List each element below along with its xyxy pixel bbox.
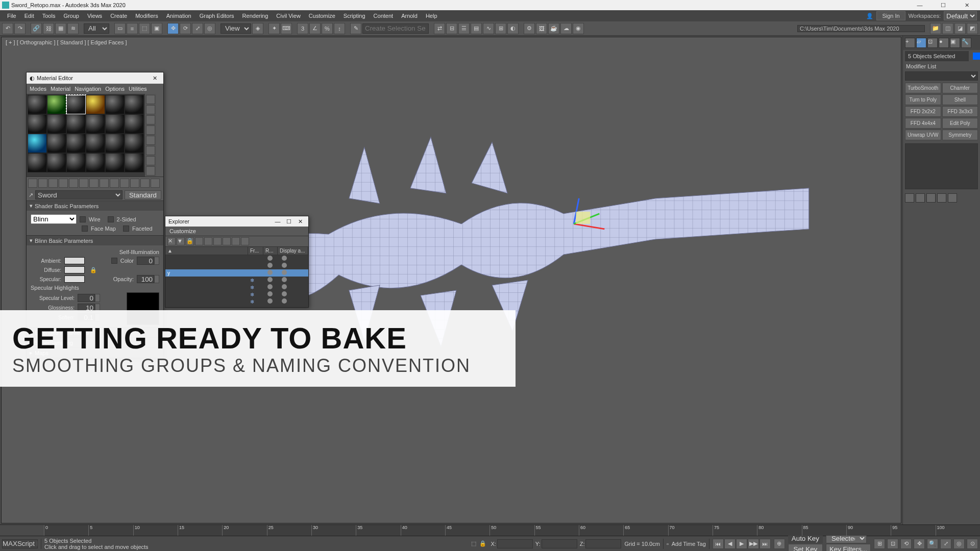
rollup-header[interactable]: ▾Shader Basic Parameters <box>27 201 163 211</box>
list-item[interactable] <box>165 262 308 269</box>
goto-end-button[interactable]: ⏭ <box>760 539 771 549</box>
mat-side-icon[interactable] <box>146 136 155 145</box>
mat-menu-options[interactable]: Options <box>105 86 125 92</box>
ffd-4x4x4-button[interactable]: FFD 4x4x4 <box>905 118 941 129</box>
mat-side-icon[interactable] <box>146 146 155 155</box>
render-setup-button[interactable]: ⚙ <box>524 23 535 34</box>
material-slot[interactable] <box>105 153 125 172</box>
y-input[interactable] <box>542 539 577 548</box>
tool-icon[interactable] <box>241 237 249 245</box>
mat-side-icon[interactable] <box>146 126 155 135</box>
modifier-list-dropdown[interactable] <box>905 71 978 81</box>
redo-button[interactable]: ↷ <box>14 23 26 34</box>
specular-level-value[interactable] <box>78 294 95 302</box>
viewport-label[interactable]: [ + ] [ Orthographic ] [ Standard ] [ Ed… <box>6 39 127 45</box>
motion-tab[interactable]: ● <box>939 38 949 48</box>
ffd-2x2x2-button[interactable]: FFD 2x2x2 <box>905 106 941 117</box>
workspace-select[interactable]: Default <box>944 11 977 20</box>
menu-arnold[interactable]: Arnold <box>397 11 422 20</box>
menu-modifiers[interactable]: Modifiers <box>131 11 162 20</box>
select-region-button[interactable]: ⬚ <box>139 23 150 34</box>
mat-tool-icon[interactable] <box>89 179 99 188</box>
render-in-cloud-button[interactable]: ☁ <box>560 23 572 34</box>
opacity-value[interactable] <box>137 275 154 283</box>
select-scale-button[interactable]: ⤢ <box>192 23 203 34</box>
menu-rendering[interactable]: Rendering <box>238 11 273 20</box>
snap-toggle-button[interactable]: 3 <box>297 23 308 34</box>
mat-side-icon[interactable] <box>146 166 155 176</box>
key-filters-button[interactable]: Key Filters... <box>826 544 871 551</box>
display-icon[interactable] <box>282 256 287 261</box>
unwrap-uvw-button[interactable]: Unwrap UVW <box>905 130 941 140</box>
render-frame-button[interactable]: 🖼 <box>536 23 547 34</box>
material-slot-selected[interactable] <box>66 95 86 114</box>
material-slot[interactable] <box>125 95 144 114</box>
align-button[interactable]: ⊟ <box>446 23 457 34</box>
wire-checkbox[interactable] <box>80 216 86 222</box>
x-input[interactable] <box>497 539 533 548</box>
render-icon[interactable] <box>267 284 273 289</box>
filter-icon[interactable]: ✕ <box>167 237 176 245</box>
key-mode-icon[interactable]: ⊕ <box>774 539 785 549</box>
mat-side-icon[interactable] <box>146 105 155 114</box>
scene-explorer-list[interactable]: y ❄ ❄ ❄ ❄ <box>165 255 308 307</box>
z-input[interactable] <box>585 539 621 548</box>
menu-customize[interactable]: Customize <box>305 11 339 20</box>
face-map-checkbox[interactable] <box>82 226 88 232</box>
mat-tool-icon[interactable] <box>38 179 47 188</box>
timeline[interactable]: 0 5 10 15 20 25 30 35 40 45 50 55 60 65 … <box>0 524 980 536</box>
link-button[interactable]: 🔗 <box>31 23 42 34</box>
menu-help[interactable]: Help <box>422 11 442 20</box>
material-slot[interactable] <box>86 114 105 134</box>
turbosmooth-button[interactable]: TurboSmooth <box>905 83 941 93</box>
viewport-nav-icon-f[interactable]: ⤢ <box>940 539 951 549</box>
display-icon[interactable] <box>282 298 287 304</box>
material-slot[interactable] <box>28 153 47 172</box>
menu-tools[interactable]: Tools <box>38 11 60 20</box>
render-icon[interactable] <box>267 263 273 268</box>
modifier-stack[interactable] <box>905 143 978 189</box>
material-slot[interactable] <box>86 153 105 172</box>
selfillum-value[interactable] <box>137 257 154 265</box>
tool-icon[interactable] <box>204 237 212 245</box>
faceted-checkbox[interactable] <box>123 226 129 232</box>
show-end-result-icon[interactable] <box>916 193 925 203</box>
mat-tool-icon[interactable] <box>100 179 109 188</box>
schematic-view-button[interactable]: ⊞ <box>495 23 506 34</box>
select-place-button[interactable]: ◎ <box>204 23 215 34</box>
goto-start-button[interactable]: ⏮ <box>713 539 724 549</box>
set-project-button[interactable]: 📁 <box>930 23 941 34</box>
manipulate-button[interactable]: ✦ <box>268 23 280 34</box>
isolate-icon[interactable]: ⬚ <box>471 540 476 547</box>
tool-button-c[interactable]: ◩ <box>967 23 978 34</box>
use-center-button[interactable]: ◈ <box>252 23 263 34</box>
menu-create[interactable]: Create <box>106 11 131 20</box>
render-icon[interactable] <box>267 291 273 296</box>
menu-graph-editors[interactable]: Graph Editors <box>195 11 238 20</box>
timeline-ruler[interactable]: 0 5 10 15 20 25 30 35 40 45 50 55 60 65 … <box>44 525 980 536</box>
tool-button-a[interactable]: ◫ <box>942 23 953 34</box>
col-frozen[interactable]: Fr... <box>248 247 263 255</box>
display-icon[interactable] <box>282 291 287 296</box>
close-button[interactable]: ✕ <box>955 0 978 10</box>
object-color-swatch[interactable] <box>973 53 980 60</box>
select-object-button[interactable]: ▭ <box>114 23 126 34</box>
pick-material-icon[interactable]: ↗ <box>29 192 33 198</box>
maximize-button[interactable]: ☐ <box>932 0 954 10</box>
hierarchy-tab[interactable]: ⊡ <box>927 38 938 48</box>
make-unique-icon[interactable] <box>926 193 936 203</box>
maximize-icon[interactable]: ☐ <box>284 218 294 225</box>
select-rotate-button[interactable]: ⟳ <box>180 23 191 34</box>
spinner-buttons[interactable] <box>154 275 159 283</box>
display-icon[interactable] <box>282 284 287 289</box>
viewport-nav-icon-h[interactable]: ⊙ <box>967 539 978 549</box>
mat-menu-navigation[interactable]: Navigation <box>75 86 101 92</box>
mat-tool-icon[interactable] <box>28 179 37 188</box>
material-editor-button[interactable]: ◐ <box>507 23 519 34</box>
render-icon[interactable] <box>267 298 273 304</box>
material-name-input[interactable]: Sword <box>35 190 122 199</box>
play-button[interactable]: ▶ <box>736 539 747 549</box>
material-slot[interactable] <box>28 134 47 153</box>
curve-editor-button[interactable]: ∿ <box>483 23 494 34</box>
list-item[interactable]: ❄ <box>165 298 308 305</box>
